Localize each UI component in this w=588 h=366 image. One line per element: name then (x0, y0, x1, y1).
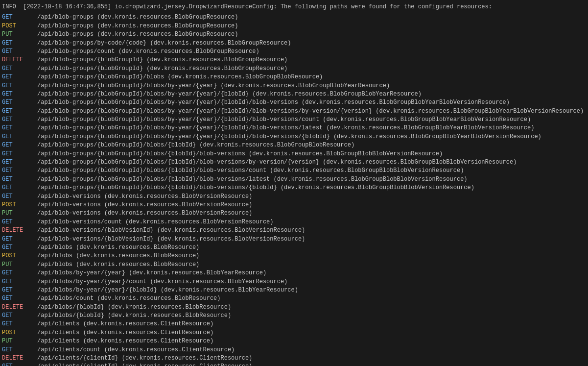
http-method: GET (2, 48, 23, 55)
log-line: PUT /api/blob-versions (dev.kronis.resou… (2, 209, 586, 218)
http-method: GET (2, 159, 23, 166)
log-line: GET /api/blob-groups/{blobGroupId}/blobs… (2, 150, 586, 158)
http-method: PUT (2, 338, 23, 344)
api-path: /api/blobs/count (dev.kronis.resources.B… (23, 295, 220, 302)
api-path: /api/blob-versions (dev.kronis.resources… (23, 201, 252, 208)
http-method: GET (2, 219, 23, 225)
http-method: GET (2, 14, 23, 21)
log-line: GET /api/blob-groups/{blobGroupId} (dev.… (2, 65, 586, 73)
api-path: /api/blob-groups/by-code/{code} (dev.kro… (23, 40, 291, 47)
http-method: GET (2, 40, 23, 47)
api-path: /api/blob-groups/{blobGroupId}/blobs/by-… (23, 116, 531, 123)
log-line: GET /api/blob-versions/{blobVesionId} (d… (2, 235, 586, 244)
log-line: GET /api/blob-groups/{blobGroupId}/blobs… (2, 90, 586, 98)
api-path: /api/blob-versions (dev.kronis.resources… (23, 210, 252, 217)
http-method: GET (2, 193, 23, 200)
api-path: /api/blob-versions/{blobVesionId} (dev.k… (23, 236, 305, 243)
api-path: /api/clients (dev.kronis.resources.Clien… (23, 338, 213, 344)
http-method: POST (2, 329, 23, 336)
api-path: /api/blobs (dev.kronis.resources.BlobRes… (23, 244, 199, 251)
api-path: /api/blob-groups/{blobGroupId}/blobs/{bl… (23, 142, 354, 148)
http-method: DELETE (2, 355, 23, 362)
http-method: POST (2, 23, 23, 29)
api-path: /api/blob-groups (dev.kronis.resources.B… (23, 31, 238, 38)
api-path: /api/blob-groups/{blobGroupId}/blobs/by-… (23, 91, 422, 98)
http-method: GET (2, 150, 23, 157)
api-path: /api/blob-groups (dev.kronis.resources.B… (23, 14, 238, 21)
log-line: GET /api/blob-groups/{blobGroupId}/blobs… (2, 82, 586, 90)
api-path: /api/blob-groups/{blobGroupId}/blobs/{bl… (23, 150, 443, 157)
log-line: GET /api/blob-groups/{blobGroupId}/blobs… (2, 167, 586, 175)
log-line: GET /api/blob-groups/{blobGroupId}/blobs… (2, 116, 586, 124)
log-line: GET /api/blob-groups/count (dev.kronis.r… (2, 48, 586, 56)
log-line: DELETE /api/clients/{clientId} (dev.kron… (2, 354, 586, 363)
http-method: GET (2, 73, 23, 80)
http-method: GET (2, 133, 23, 140)
log-line: GET /api/blob-groups/{blobGroupId}/blobs… (2, 184, 586, 192)
log-line: GET /api/blobs/count (dev.kronis.resourc… (2, 294, 586, 303)
api-path: /api/blob-groups/{blobGroupId}/blobs/{bl… (23, 184, 474, 191)
log-line: GET /api/clients/count (dev.kronis.resou… (2, 346, 586, 354)
http-method: GET (2, 116, 23, 123)
http-method: PUT (2, 210, 23, 217)
api-path: /api/blob-groups/{blobGroupId}/blobs/by-… (23, 99, 510, 106)
http-method: GET (2, 65, 23, 72)
api-path: /api/blobs/{blobId} (dev.kronis.resource… (23, 304, 231, 311)
http-method: GET (2, 287, 23, 293)
http-method: GET (2, 244, 23, 251)
http-method: GET (2, 363, 23, 366)
log-line: GET /api/blobs/{blobId} (dev.kronis.reso… (2, 312, 586, 320)
log-line: GET /api/blob-groups/by-code/{code} (dev… (2, 39, 586, 48)
log-line: GET /api/blob-groups/{blobGroupId}/blobs… (2, 124, 586, 132)
log-container: INFO [2022-10-18 16:47:36,855] io.dropwi… (0, 2, 588, 12)
log-line: POST /api/clients (dev.kronis.resources.… (2, 329, 586, 337)
log-line: GET /api/blobs (dev.kronis.resources.Blo… (2, 244, 586, 252)
http-method: GET (2, 295, 23, 302)
api-path: /api/blob-versions (dev.kronis.resources… (23, 193, 252, 200)
api-path: /api/blob-groups (dev.kronis.resources.B… (23, 23, 238, 29)
http-method: GET (2, 236, 23, 243)
log-line: GET /api/blob-versions/count (dev.kronis… (2, 218, 586, 226)
api-path: /api/clients/{clientId} (dev.kronis.reso… (23, 355, 252, 362)
http-method: DELETE (2, 304, 23, 311)
log-line: GET /api/blobs/by-year/{year}/{blobId} (… (2, 286, 586, 294)
log-lines: GET /api/blob-groups (dev.kronis.resourc… (0, 12, 588, 366)
log-line: DELETE /api/blobs/{blobId} (dev.kronis.r… (2, 303, 586, 312)
log-line: PUT /api/blobs (dev.kronis.resources.Blo… (2, 261, 586, 269)
http-method: GET (2, 142, 23, 148)
api-path: /api/blobs/by-year/{year} (dev.kronis.re… (23, 269, 266, 276)
http-method: POST (2, 252, 23, 259)
log-line: GET /api/clients/{clientId} (dev.kronis.… (2, 363, 586, 366)
log-line: GET /api/blob-groups/{blobGroupId}/blobs… (2, 107, 586, 116)
log-line: GET /api/blobs/by-year/{year} (dev.kroni… (2, 269, 586, 277)
api-path: /api/clients/{clientId} (dev.kronis.reso… (23, 363, 252, 366)
log-line: GET /api/blob-groups/{blobGroupId}/blobs… (2, 98, 586, 107)
http-method: GET (2, 124, 23, 131)
api-path: /api/blob-groups/{blobGroupId}/blobs/by-… (23, 82, 390, 89)
api-path: /api/blob-groups/{blobGroupId}/blobs/{bl… (23, 159, 517, 166)
http-method: GET (2, 82, 23, 89)
api-path: /api/blob-groups/{blobGroupId}/blobs (de… (23, 73, 323, 80)
api-path: /api/blobs/by-year/{year}/count (dev.kro… (23, 278, 287, 285)
http-method: GET (2, 346, 23, 353)
api-path: /api/blob-groups/{blobGroupId}/blobs/by-… (23, 124, 534, 131)
log-line: GET /api/blob-groups/{blobGroupId}/blobs… (2, 73, 586, 81)
log-line: GET /api/clients (dev.kronis.resources.C… (2, 320, 586, 328)
api-path: /api/blobs/{blobId} (dev.kronis.resource… (23, 312, 231, 319)
log-line: GET /api/blob-versions (dev.kronis.resou… (2, 193, 586, 201)
api-path: /api/clients (dev.kronis.resources.Clien… (23, 329, 213, 336)
http-method: GET (2, 312, 23, 319)
api-path: /api/blobs (dev.kronis.resources.BlobRes… (23, 252, 199, 259)
http-method: POST (2, 201, 23, 208)
log-line: DELETE /api/blob-groups/{blobGroupId} (d… (2, 56, 586, 64)
http-method: PUT (2, 261, 23, 268)
http-method: GET (2, 176, 23, 183)
api-path: /api/blob-groups/{blobGroupId} (dev.kron… (23, 65, 287, 72)
http-method: GET (2, 269, 23, 276)
api-path: /api/blob-groups/{blobGroupId} (dev.kron… (23, 56, 287, 63)
http-method: GET (2, 320, 23, 327)
log-line: GET /api/blob-groups/{blobGroupId}/blobs… (2, 133, 586, 141)
api-path: /api/blobs/by-year/{year}/{blobId} (dev.… (23, 287, 298, 293)
log-line: GET /api/blobs/by-year/{year}/count (dev… (2, 278, 586, 286)
log-line: PUT /api/clients (dev.kronis.resources.C… (2, 337, 586, 345)
